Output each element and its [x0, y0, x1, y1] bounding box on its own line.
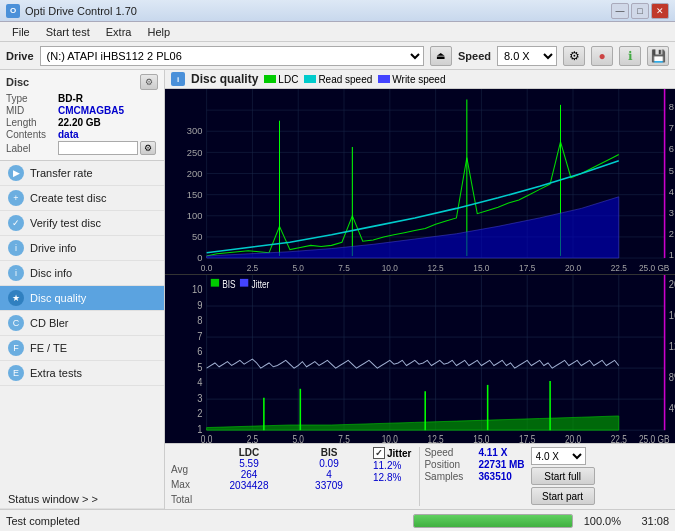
- position-value: 22731 MB: [478, 459, 524, 470]
- window-controls: — □ ✕: [611, 3, 669, 19]
- fe-te-icon: F: [8, 340, 24, 356]
- nav-label-cd-bler: CD Bler: [30, 317, 69, 329]
- drive-select[interactable]: (N:) ATAPI iHBS112 2 PL06: [40, 46, 424, 66]
- status-window-label: Status window > >: [8, 493, 98, 505]
- nav-label-disc-quality: Disc quality: [30, 292, 86, 304]
- svg-text:10.0: 10.0: [382, 434, 398, 443]
- svg-text:5 X: 5 X: [669, 164, 675, 175]
- speed-info: Speed 4.11 X Position 22731 MB Samples 3…: [424, 447, 524, 482]
- disc-type-value: BD-R: [58, 93, 83, 104]
- bis-col: BIS 0.09 4 33709: [289, 447, 369, 491]
- ldc-max: 264: [209, 469, 289, 480]
- disc-mid-label: MID: [6, 105, 58, 116]
- svg-text:Jitter: Jitter: [251, 279, 269, 290]
- color-button[interactable]: ●: [591, 46, 613, 66]
- progress-label: 100.0%: [581, 515, 621, 527]
- samples-row: Samples 363510: [424, 471, 524, 482]
- nav-disc-quality[interactable]: ★ Disc quality: [0, 286, 164, 311]
- nav-label-fe-te: FE / TE: [30, 342, 67, 354]
- disc-icon-button[interactable]: ⚙: [140, 74, 158, 90]
- ldc-label: LDC: [278, 74, 298, 85]
- jitter-checkbox[interactable]: ✓: [373, 447, 385, 459]
- nav-cd-bler[interactable]: C CD Bler: [0, 311, 164, 336]
- status-window-item[interactable]: Status window > >: [0, 490, 164, 509]
- disc-type-row: Type BD-R: [6, 93, 158, 104]
- samples-value: 363510: [478, 471, 511, 482]
- drivebar: Drive (N:) ATAPI iHBS112 2 PL06 ⏏ Speed …: [0, 42, 675, 70]
- svg-text:12.5: 12.5: [428, 263, 445, 273]
- nav-disc-info[interactable]: i Disc info: [0, 261, 164, 286]
- nav-extra-tests[interactable]: E Extra tests: [0, 361, 164, 386]
- disc-label-input[interactable]: [58, 141, 138, 155]
- svg-text:2 X: 2 X: [669, 228, 675, 239]
- disc-length-value: 22.20 GB: [58, 117, 101, 128]
- write-speed-color: [378, 75, 390, 83]
- drive-label: Drive: [6, 50, 34, 62]
- save-button[interactable]: 💾: [647, 46, 669, 66]
- transfer-rate-icon: ▶: [8, 165, 24, 181]
- jitter-avg: 11.2%: [373, 460, 411, 471]
- options-button[interactable]: ⚙: [563, 46, 585, 66]
- nav-create-test-disc[interactable]: + Create test disc: [0, 186, 164, 211]
- ldc-total: 2034428: [209, 480, 289, 491]
- svg-text:15.0: 15.0: [473, 263, 490, 273]
- nav-verify-test-disc[interactable]: ✓ Verify test disc: [0, 211, 164, 236]
- svg-rect-102: [211, 279, 219, 287]
- eject-button[interactable]: ⏏: [430, 46, 452, 66]
- svg-text:4 X: 4 X: [669, 186, 675, 197]
- svg-text:16%: 16%: [669, 308, 675, 321]
- svg-text:8: 8: [197, 313, 202, 326]
- disc-quality-icon: ★: [8, 290, 24, 306]
- test-speed-select[interactable]: 4.0 X: [531, 447, 586, 465]
- bis-total: 33709: [289, 480, 369, 491]
- time-label: 31:08: [629, 515, 669, 527]
- lower-chart-svg: 1 2 3 4 5 6 7 8 9 10 20% 16%: [165, 275, 675, 443]
- ldc-col: LDC 5.59 264 2034428: [209, 447, 289, 491]
- speed-select[interactable]: 8.0 X: [497, 46, 557, 66]
- menu-help[interactable]: Help: [139, 24, 178, 40]
- svg-text:0.0: 0.0: [201, 263, 213, 273]
- svg-text:6: 6: [197, 344, 202, 357]
- maximize-button[interactable]: □: [631, 3, 649, 19]
- menu-file[interactable]: File: [4, 24, 38, 40]
- samples-label: Samples: [424, 471, 474, 482]
- close-button[interactable]: ✕: [651, 3, 669, 19]
- info-button[interactable]: ℹ: [619, 46, 641, 66]
- menu-start-test[interactable]: Start test: [38, 24, 98, 40]
- app-icon: O: [6, 4, 20, 18]
- svg-text:2.5: 2.5: [247, 434, 259, 443]
- svg-text:12%: 12%: [669, 339, 675, 352]
- svg-text:300: 300: [187, 125, 203, 136]
- legend-ldc: LDC: [264, 74, 298, 85]
- svg-text:3: 3: [197, 391, 202, 404]
- nav-drive-info[interactable]: i Drive info: [0, 236, 164, 261]
- jitter-col: ✓ Jitter 11.2% 12.8%: [373, 447, 411, 484]
- start-part-button[interactable]: Start part: [531, 487, 595, 505]
- nav-fe-te[interactable]: F FE / TE: [0, 336, 164, 361]
- start-full-button[interactable]: Start full: [531, 467, 595, 485]
- svg-text:8%: 8%: [669, 370, 675, 383]
- svg-text:1: 1: [197, 422, 202, 435]
- svg-text:9: 9: [197, 298, 202, 311]
- max-label: Max: [171, 479, 205, 490]
- svg-text:22.5: 22.5: [611, 263, 628, 273]
- titlebar-left: O Opti Drive Control 1.70: [6, 4, 137, 18]
- upper-chart: 0 50 100 150 200 250 300 8 X 7 X 6 X 5 X: [165, 89, 675, 275]
- charts-area: 0 50 100 150 200 250 300 8 X 7 X 6 X 5 X: [165, 89, 675, 443]
- label-gear-button[interactable]: ⚙: [140, 141, 156, 155]
- speed-info-value: 4.11 X: [478, 447, 507, 458]
- verify-test-disc-icon: ✓: [8, 215, 24, 231]
- svg-text:4%: 4%: [669, 401, 675, 414]
- menu-extra[interactable]: Extra: [98, 24, 140, 40]
- svg-text:17.5: 17.5: [519, 434, 535, 443]
- minimize-button[interactable]: —: [611, 3, 629, 19]
- main-area: Disc ⚙ Type BD-R MID CMCMAGBA5 Length 22…: [0, 70, 675, 509]
- svg-text:22.5: 22.5: [611, 434, 627, 443]
- nav-transfer-rate[interactable]: ▶ Transfer rate: [0, 161, 164, 186]
- menubar: File Start test Extra Help: [0, 22, 675, 42]
- bis-avg: 0.09: [289, 458, 369, 469]
- svg-text:3 X: 3 X: [669, 207, 675, 218]
- progress-container: [413, 514, 573, 528]
- position-label: Position: [424, 459, 474, 470]
- svg-text:200: 200: [187, 168, 203, 179]
